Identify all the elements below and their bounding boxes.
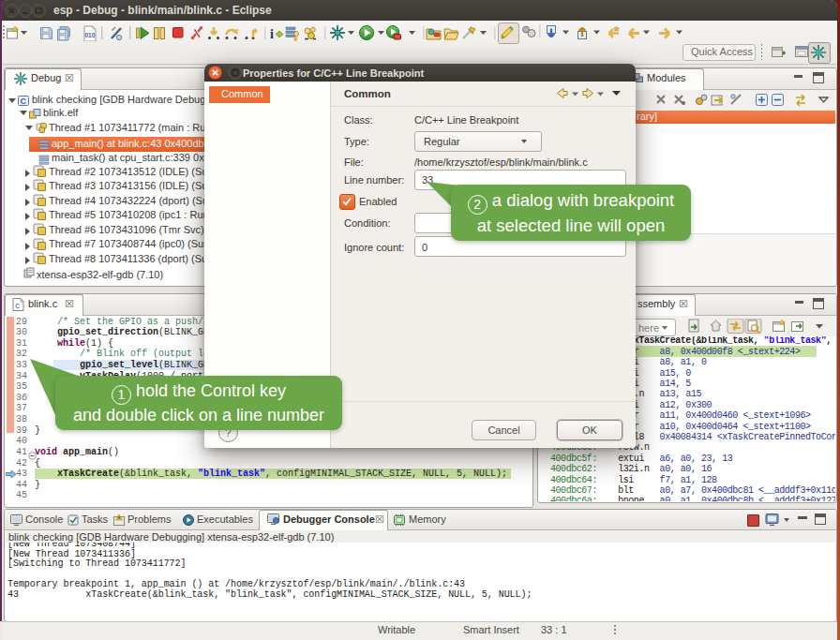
svg-text:c: c [15,302,20,311]
svg-text:C: C [21,97,27,106]
svg-text:010: 010 [85,32,96,38]
svg-text:i: i [270,27,274,41]
